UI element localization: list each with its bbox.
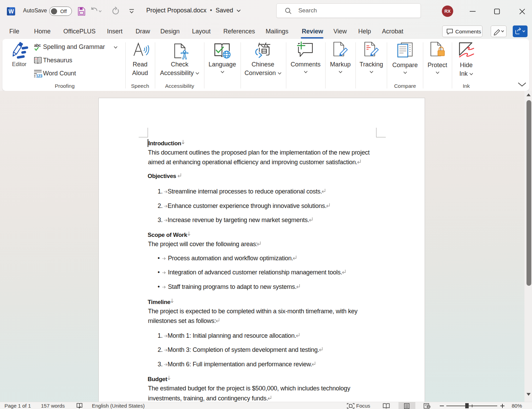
- svg-text:W: W: [9, 8, 14, 14]
- svg-text:123: 123: [36, 74, 43, 78]
- svg-text:abc: abc: [34, 43, 41, 48]
